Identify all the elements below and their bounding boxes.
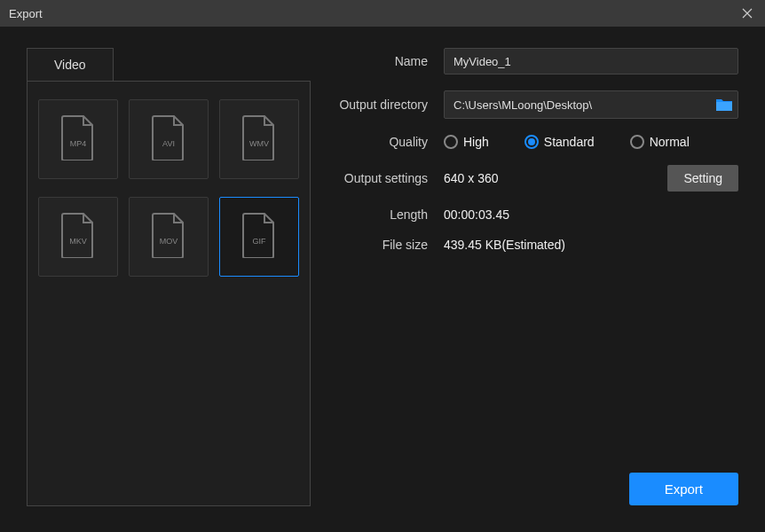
- quality-normal[interactable]: Normal: [630, 135, 690, 149]
- label-length: Length: [328, 207, 444, 222]
- content: Video MP4 AVI WMV MKV MOV GIF Name: [0, 27, 765, 532]
- quality-label: Standard: [544, 135, 595, 149]
- svg-text:MP4: MP4: [70, 139, 87, 148]
- quality-label: Normal: [650, 135, 690, 149]
- row-length: Length 00:00:03.45: [328, 207, 738, 222]
- row-output-settings: Output settings 640 x 360 Setting: [328, 165, 738, 192]
- radio-icon: [630, 135, 644, 149]
- right-panel: Name Output directory: [311, 48, 738, 514]
- setting-button[interactable]: Setting: [667, 165, 738, 192]
- row-name: Name: [328, 48, 738, 74]
- folder-icon: [715, 98, 733, 112]
- file-mp4-icon: MP4: [59, 114, 98, 164]
- svg-text:MOV: MOV: [160, 237, 178, 246]
- svg-text:MKV: MKV: [69, 237, 87, 246]
- tabs: Video: [27, 48, 311, 81]
- file-size-value: 439.45 KB(Estimated): [444, 238, 565, 252]
- format-mov[interactable]: MOV: [129, 197, 209, 277]
- close-button[interactable]: [738, 4, 756, 22]
- titlebar: Export: [0, 0, 765, 27]
- format-gif[interactable]: GIF: [219, 197, 299, 277]
- left-panel: Video MP4 AVI WMV MKV MOV GIF: [27, 48, 311, 514]
- quality-standard[interactable]: Standard: [524, 135, 595, 149]
- close-icon: [742, 8, 753, 19]
- format-wmv[interactable]: WMV: [219, 99, 299, 179]
- row-output-directory: Output directory: [328, 90, 738, 119]
- row-file-size: File size 439.45 KB(Estimated): [328, 238, 738, 252]
- format-avi[interactable]: AVI: [129, 99, 209, 179]
- export-button[interactable]: Export: [629, 473, 738, 505]
- format-mkv[interactable]: MKV: [38, 197, 118, 277]
- radio-icon: [444, 135, 458, 149]
- svg-text:AVI: AVI: [162, 139, 175, 148]
- file-mov-icon: MOV: [149, 212, 188, 262]
- quality-radio-group: High Standard Normal: [444, 135, 690, 149]
- name-input[interactable]: [444, 48, 738, 74]
- label-output-directory: Output directory: [328, 98, 444, 112]
- window-title: Export: [9, 7, 43, 20]
- tab-video[interactable]: Video: [27, 48, 114, 81]
- format-mp4[interactable]: MP4: [38, 99, 118, 179]
- file-wmv-icon: WMV: [240, 114, 279, 164]
- label-quality: Quality: [328, 135, 444, 149]
- radio-icon: [524, 135, 539, 149]
- svg-rect-6: [716, 102, 732, 111]
- browse-folder-button[interactable]: [714, 97, 734, 113]
- label-name: Name: [328, 54, 444, 68]
- file-avi-icon: AVI: [149, 114, 188, 164]
- file-gif-icon: GIF: [240, 212, 279, 262]
- format-grid: MP4 AVI WMV MKV MOV GIF: [27, 81, 311, 506]
- svg-text:WMV: WMV: [249, 139, 269, 148]
- row-quality: Quality High Standard Normal: [328, 135, 738, 149]
- resolution-value: 640 x 360: [444, 171, 499, 185]
- quality-high[interactable]: High: [444, 135, 489, 149]
- label-output-settings: Output settings: [328, 171, 444, 185]
- label-file-size: File size: [328, 238, 444, 252]
- length-value: 00:00:03.45: [444, 207, 509, 222]
- quality-label: High: [463, 135, 489, 149]
- svg-text:GIF: GIF: [253, 237, 267, 246]
- output-directory-input[interactable]: [445, 91, 714, 118]
- file-mkv-icon: MKV: [59, 212, 98, 262]
